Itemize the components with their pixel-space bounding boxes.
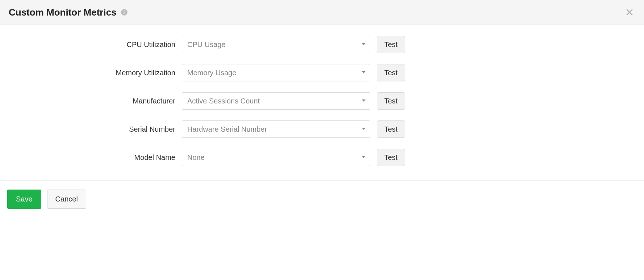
row-memory-utilization: Memory Utilization Memory Usage Test xyxy=(9,64,635,81)
select-cpu-utilization[interactable]: CPU Usage xyxy=(182,36,370,53)
modal-footer: Save Cancel xyxy=(0,181,644,217)
label-manufacturer: Manufacturer xyxy=(9,97,175,105)
modal-header: Custom Monitor Metrics i xyxy=(0,0,644,25)
select-value: None xyxy=(182,149,370,166)
test-button-model[interactable]: Test xyxy=(377,149,405,166)
select-value: Hardware Serial Number xyxy=(182,120,370,138)
form-area: CPU Utilization CPU Usage Test Memory Ut… xyxy=(0,25,644,181)
modal-title-wrap: Custom Monitor Metrics i xyxy=(9,7,127,18)
row-model-name: Model Name None Test xyxy=(9,149,635,166)
test-button-manufacturer[interactable]: Test xyxy=(377,92,405,110)
row-manufacturer: Manufacturer Active Sessions Count Test xyxy=(9,92,635,110)
select-memory-utilization[interactable]: Memory Usage xyxy=(182,64,370,81)
info-icon[interactable]: i xyxy=(121,9,127,16)
label-cpu-utilization: CPU Utilization xyxy=(9,41,175,49)
label-model-name: Model Name xyxy=(9,153,175,162)
test-button-serial[interactable]: Test xyxy=(377,120,405,138)
select-model-name[interactable]: None xyxy=(182,149,370,166)
select-serial-number[interactable]: Hardware Serial Number xyxy=(182,120,370,138)
select-value: CPU Usage xyxy=(182,36,370,53)
test-button-memory[interactable]: Test xyxy=(377,64,405,81)
test-button-cpu[interactable]: Test xyxy=(377,36,405,53)
label-memory-utilization: Memory Utilization xyxy=(9,69,175,77)
save-button[interactable]: Save xyxy=(7,190,41,209)
close-icon[interactable] xyxy=(624,7,635,18)
select-manufacturer[interactable]: Active Sessions Count xyxy=(182,92,370,110)
row-cpu-utilization: CPU Utilization CPU Usage Test xyxy=(9,36,635,53)
label-serial-number: Serial Number xyxy=(9,125,175,133)
select-value: Active Sessions Count xyxy=(182,92,370,110)
cancel-button[interactable]: Cancel xyxy=(47,190,86,209)
modal-title: Custom Monitor Metrics xyxy=(9,7,117,18)
row-serial-number: Serial Number Hardware Serial Number Tes… xyxy=(9,120,635,138)
select-value: Memory Usage xyxy=(182,64,370,81)
